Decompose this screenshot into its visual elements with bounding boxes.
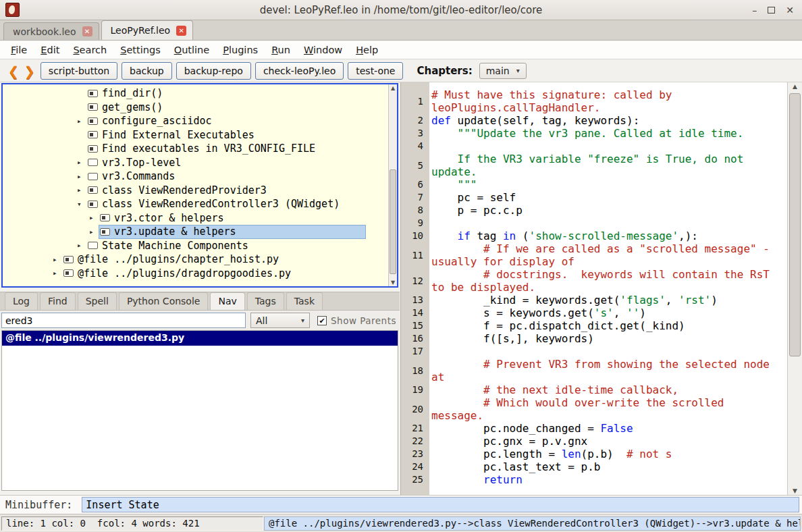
expand-arrow-icon[interactable]: ▸	[53, 269, 63, 277]
chapter-select[interactable]: main ▾	[479, 63, 527, 79]
code-text[interactable]	[429, 345, 777, 358]
code-text[interactable]: """Update the vr3 pane. Called at idle t…	[429, 127, 777, 140]
node-icon[interactable]	[63, 256, 74, 263]
back-arrow-icon[interactable]: ❮	[8, 63, 19, 78]
outline-node[interactable]: Find External Executables	[3, 128, 397, 142]
expand-arrow-icon[interactable]: ▸	[77, 186, 88, 194]
file-tab[interactable]: LeoPyRef.leo✕	[101, 20, 194, 40]
minimize-icon[interactable]: –	[752, 5, 757, 15]
outline-node[interactable]: ▸vr3.update & helpers	[3, 225, 397, 239]
expand-arrow-icon[interactable]: ▸	[89, 213, 100, 222]
outline-node[interactable]: ▸vr3.ctor & helpers	[3, 211, 397, 225]
menu-edit[interactable]: Edit	[34, 43, 66, 57]
outline-node[interactable]: find_dir()	[3, 86, 397, 101]
code-text[interactable]: pc.gnx = p.v.gnx	[429, 435, 777, 448]
minibuffer-input[interactable]	[82, 497, 799, 512]
toolbar-button-check-leoPy.leo[interactable]: check-leoPy.leo	[255, 62, 344, 80]
expand-arrow-icon[interactable]: ▸	[89, 228, 100, 236]
code-text[interactable]: # Which would over-write the scrolled me…	[429, 396, 777, 422]
expand-arrow-icon[interactable]: ▸	[77, 172, 88, 181]
close-icon[interactable]: ✕	[786, 5, 794, 15]
node-icon[interactable]	[88, 145, 98, 153]
code-text[interactable]: pc = self	[429, 191, 777, 204]
editor-scrollbar[interactable]: ▲ ▼	[787, 82, 802, 495]
outline-node[interactable]: ▸class ViewRenderedProvider3	[3, 184, 397, 198]
menu-outline[interactable]: Outline	[167, 43, 216, 57]
code-text[interactable]: f([s,], keywords)	[429, 332, 777, 345]
expand-arrow-icon[interactable]: ▸	[77, 117, 88, 126]
outline-node[interactable]: ▸vr3.Top-level	[3, 156, 397, 170]
log-tab-log[interactable]: Log	[5, 292, 38, 310]
toolbar-button-backup[interactable]: backup	[122, 62, 172, 80]
log-tab-task[interactable]: Task	[286, 292, 323, 310]
file-tab[interactable]: workbook.leo✕	[3, 22, 99, 40]
code-text[interactable]: return	[429, 473, 777, 486]
maximize-icon[interactable]	[768, 7, 775, 14]
node-icon[interactable]	[88, 131, 98, 138]
code-text[interactable]: """	[429, 178, 777, 191]
outline-node[interactable]: ▸@file ../plugins/chapter_hoist.py	[3, 252, 397, 267]
editor-scroll-thumb[interactable]	[789, 93, 801, 356]
code-text[interactable]: def update(self, tag, keywords):	[429, 114, 777, 127]
nav-scope-select[interactable]: All ▾	[250, 313, 310, 328]
node-icon[interactable]	[88, 90, 98, 97]
expand-arrow-icon[interactable]: ▸	[77, 241, 88, 250]
code-text[interactable]: _kind = keywords.get('flags', 'rst')	[429, 294, 777, 307]
log-tab-tags[interactable]: Tags	[247, 292, 284, 310]
code-text[interactable]: p = pc.c.p	[429, 204, 777, 217]
menu-settings[interactable]: Settings	[113, 43, 167, 57]
scroll-down-icon[interactable]: ▼	[788, 487, 802, 494]
node-icon[interactable]	[88, 159, 98, 166]
forward-arrow-icon[interactable]: ❯	[24, 63, 35, 78]
expand-arrow-icon[interactable]: ▸	[53, 255, 63, 264]
code-text[interactable]: f = pc.dispatch_dict.get(_kind)	[429, 319, 777, 332]
expand-arrow-icon[interactable]: ▾	[77, 200, 88, 209]
log-tab-spell[interactable]: Spell	[78, 292, 117, 310]
code-text[interactable]: # the next idle-time callback,	[429, 383, 777, 396]
outline-node[interactable]: ▸configure_asciidoc	[3, 114, 397, 128]
code-text[interactable]: If the VR3 variable "freeze" is True, do…	[429, 153, 777, 178]
log-tab-nav[interactable]: Nav	[210, 292, 244, 310]
code-editor[interactable]: 1# Must have this signature: called by l…	[401, 82, 787, 495]
scroll-up-icon[interactable]: ▲	[389, 85, 397, 91]
code-text[interactable]: s = keywords.get('s', '')	[429, 307, 777, 319]
node-icon[interactable]	[100, 214, 110, 221]
code-text[interactable]	[429, 217, 777, 230]
menu-run[interactable]: Run	[265, 43, 297, 57]
log-tab-python-console[interactable]: Python Console	[119, 292, 209, 310]
toolbar-button-backup-repo[interactable]: backup-repo	[176, 62, 251, 80]
outline-scroll-thumb[interactable]	[390, 169, 396, 274]
node-icon[interactable]	[63, 269, 74, 277]
menu-search[interactable]: Search	[66, 43, 113, 57]
toolbar-button-test-one[interactable]: test-one	[348, 62, 403, 80]
code-text[interactable]: if tag in ('show-scrolled-message',):	[429, 230, 777, 242]
node-icon[interactable]	[88, 186, 98, 194]
expand-arrow-icon[interactable]: ▸	[77, 158, 88, 167]
code-text[interactable]: # Prevent VR3 from showing the selected …	[429, 358, 777, 383]
menu-plugins[interactable]: Plugins	[216, 43, 265, 57]
log-tab-find[interactable]: Find	[40, 292, 76, 310]
close-tab-icon[interactable]: ✕	[176, 26, 186, 36]
menu-help[interactable]: Help	[349, 43, 385, 57]
menu-file[interactable]: File	[4, 43, 34, 57]
code-text[interactable]: # docstrings. keywords will contain the …	[429, 268, 777, 294]
outline-node[interactable]: ▸vr3.Commands	[3, 169, 397, 184]
node-icon[interactable]	[88, 103, 98, 111]
scroll-down-icon[interactable]: ▼	[389, 280, 397, 286]
toolbar-button-script-button[interactable]: script-button	[41, 62, 117, 80]
code-text[interactable]: # Must have this signature: called by le…	[429, 88, 777, 114]
code-text[interactable]: pc.length = len(p.b) # not s	[429, 448, 777, 460]
outline-node[interactable]: get_gems()	[3, 101, 397, 115]
outline-node[interactable]: ▸@file ../plugins/dragdropgoodies.py	[3, 267, 397, 281]
scroll-up-icon[interactable]: ▲	[788, 83, 802, 90]
node-icon[interactable]	[88, 201, 98, 208]
nav-search-input[interactable]	[1, 313, 246, 328]
node-icon[interactable]	[88, 173, 98, 180]
code-text[interactable]	[429, 140, 777, 153]
menu-window[interactable]: Window	[297, 43, 349, 57]
node-icon[interactable]	[88, 117, 98, 125]
code-text[interactable]: pc.last_text = p.b	[429, 460, 777, 473]
node-icon[interactable]	[100, 228, 110, 236]
code-text[interactable]: pc.node_changed = False	[429, 422, 777, 435]
nav-result-item[interactable]: @file ../plugins/viewrendered3.py	[2, 331, 398, 346]
